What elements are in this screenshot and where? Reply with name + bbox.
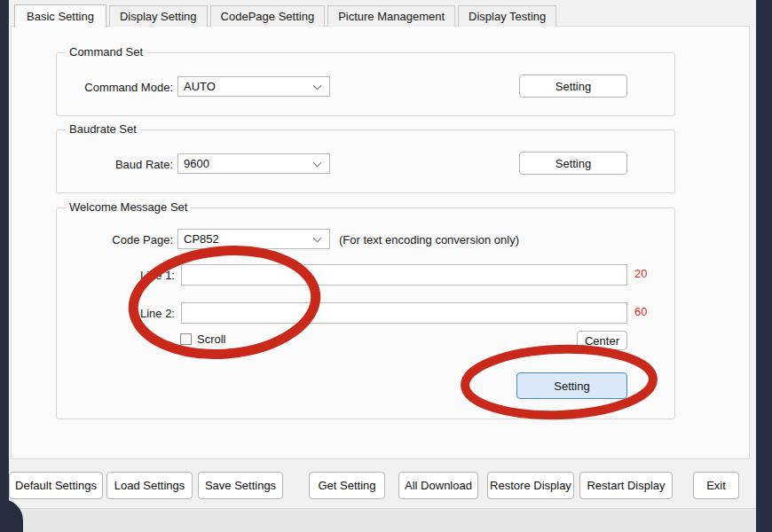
chevron-down-icon xyxy=(313,234,322,243)
baudrate-setting-button[interactable]: Setting xyxy=(519,152,627,175)
baudrate-set-group-title: Baudrate Set xyxy=(66,122,140,136)
load-settings-button[interactable]: Load Settings xyxy=(106,472,193,499)
baud-rate-value: 9600 xyxy=(184,157,209,170)
command-setting-button[interactable]: Setting xyxy=(519,74,627,98)
welcome-message-set-group-title: Welcome Message Set xyxy=(66,200,191,214)
welcome-message-set-group: Welcome Message Set Code Page: CP852 (Fo… xyxy=(56,207,675,419)
command-set-group-title: Command Set xyxy=(66,45,146,59)
baud-rate-select[interactable]: 9600 xyxy=(177,153,330,174)
command-set-group: Command Set Command Mode: AUTO Setting xyxy=(56,52,675,116)
baud-rate-label: Baud Rate: xyxy=(66,158,173,171)
command-mode-value: AUTO xyxy=(184,80,216,93)
exit-button[interactable]: Exit xyxy=(693,472,739,499)
center-button[interactable]: Center xyxy=(577,331,627,350)
line2-char-count: 60 xyxy=(634,305,647,318)
screen: Basic Setting Display Setting CodePage S… xyxy=(0,0,772,532)
basic-setting-panel: Command Set Command Mode: AUTO Setting B… xyxy=(11,26,750,459)
tab-bar: Basic Setting Display Setting CodePage S… xyxy=(14,4,556,27)
restart-display-button[interactable]: Restart Display xyxy=(579,472,673,499)
code-page-select[interactable]: CP852 xyxy=(177,229,330,249)
scroll-checkbox[interactable] xyxy=(180,333,192,345)
all-download-button[interactable]: All Download xyxy=(398,472,478,499)
line1-char-count: 20 xyxy=(634,267,647,280)
tab-picture-management[interactable]: Picture Management xyxy=(327,5,455,27)
chevron-down-icon xyxy=(313,159,322,168)
baudrate-set-group: Baudrate Set Baud Rate: 9600 Setting xyxy=(56,129,675,193)
command-mode-label: Command Mode: xyxy=(66,81,173,94)
save-settings-button[interactable]: Save Settings xyxy=(198,472,283,499)
default-settings-button[interactable]: Default Settings xyxy=(9,472,103,499)
tab-codepage-setting[interactable]: CodePage Setting xyxy=(210,5,326,27)
get-setting-button[interactable]: Get Setting xyxy=(309,472,385,499)
line2-input[interactable] xyxy=(181,302,627,324)
code-page-note: (For text encoding conversion only) xyxy=(339,233,519,246)
line1-input[interactable] xyxy=(181,264,627,286)
command-mode-select[interactable]: AUTO xyxy=(177,76,330,97)
code-page-label: Code Page: xyxy=(66,233,173,246)
app-window: Basic Setting Display Setting CodePage S… xyxy=(9,0,756,532)
line1-label: Line 1: xyxy=(92,269,175,282)
bottom-strip xyxy=(9,508,756,532)
scroll-checkbox-label: Scroll xyxy=(197,332,226,346)
chevron-down-icon xyxy=(313,82,322,90)
tab-display-setting[interactable]: Display Setting xyxy=(109,5,208,27)
tab-basic-setting[interactable]: Basic Setting xyxy=(14,4,106,28)
welcome-setting-button[interactable]: Setting xyxy=(516,372,627,399)
line2-label: Line 2: xyxy=(92,307,175,320)
code-page-value: CP852 xyxy=(184,232,219,246)
restore-display-button[interactable]: Restore Display xyxy=(487,472,574,499)
tab-display-testing[interactable]: Display Testing xyxy=(458,5,556,27)
